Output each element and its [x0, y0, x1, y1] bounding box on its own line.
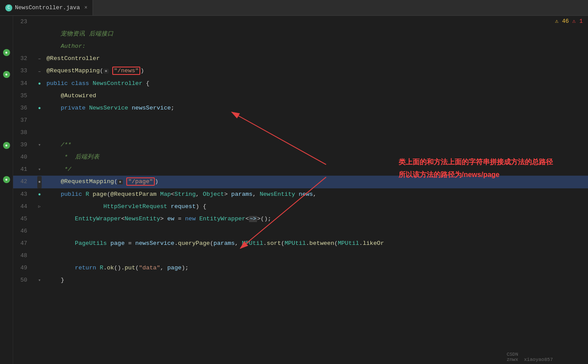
table-row: 39 ▾ /**	[13, 139, 588, 151]
table-row: 41 ▾ */	[13, 163, 588, 176]
error-count: 1	[579, 18, 583, 25]
table-row: 40 * 后端列表	[13, 151, 588, 163]
table-row: 43 ● public R page(@RequestParam Map<Str…	[13, 188, 588, 201]
file-tab[interactable]: C NewsController.java ×	[0, 0, 93, 15]
table-row: 23	[13, 16, 588, 28]
table-row: 34 ● public class NewsController {	[13, 78, 588, 90]
watermark: CSDN znwx xiaoyao857	[506, 352, 553, 362]
sidebar-icon-3: ●	[3, 142, 10, 149]
tab-close-button[interactable]: ×	[84, 5, 87, 11]
tab-bar: C NewsController.java ×	[0, 0, 588, 16]
table-row: Author:	[13, 40, 588, 53]
table-row: 44 ▷ HttpServletRequest request) {	[13, 201, 588, 213]
sidebar-icon-1: ●	[3, 49, 10, 56]
tab-filename: NewsController.java	[15, 4, 80, 11]
editor-container: ● ● ● ● 23 宠物资讯 后端接口	[0, 16, 588, 364]
table-row: 35 @Autowired	[13, 90, 588, 102]
warning-count: 46	[562, 18, 569, 25]
table-row: 33 – @RequestMapping(● "/news")	[13, 65, 588, 78]
table-row: 36 ● private NewsService newsService;	[13, 102, 588, 114]
table-row: 38	[13, 127, 588, 139]
table-row: 48	[13, 250, 588, 262]
table-row: 50 ▾ }	[13, 274, 588, 286]
sidebar-icon-4: ●	[3, 176, 10, 183]
table-row: 32 – @RestController	[13, 53, 588, 65]
table-row: 宠物资讯 后端接口	[13, 28, 588, 40]
file-tab-icon: C	[5, 4, 12, 11]
table-row: 49 return R.ok().put("data", page);	[13, 262, 588, 274]
sidebar-icon-2: ●	[3, 71, 10, 78]
warning-icon: ⚠	[555, 18, 559, 25]
code-lines: 23 宠物资讯 后端接口 Author: 32 –	[13, 16, 588, 286]
table-row: 47 PageUtils page = newsService.queryPag…	[13, 237, 588, 250]
error-icon: ⚠	[572, 18, 576, 25]
table-row: 37	[13, 114, 588, 127]
sidebar: ● ● ● ●	[0, 16, 13, 364]
warning-bar: ⚠ 46 ⚠ 1	[550, 16, 588, 26]
code-editor[interactable]: 23 宠物资讯 后端接口 Author: 32 –	[13, 16, 588, 364]
bottom-bar: CSDN znwx xiaoyao857	[577, 362, 588, 364]
table-row: 45 EntityWrapper<NewsEntity> ew = new En…	[13, 213, 588, 225]
table-row: 42 ● @RequestMapping(● "/page")	[13, 176, 588, 188]
table-row: 46	[13, 225, 588, 237]
